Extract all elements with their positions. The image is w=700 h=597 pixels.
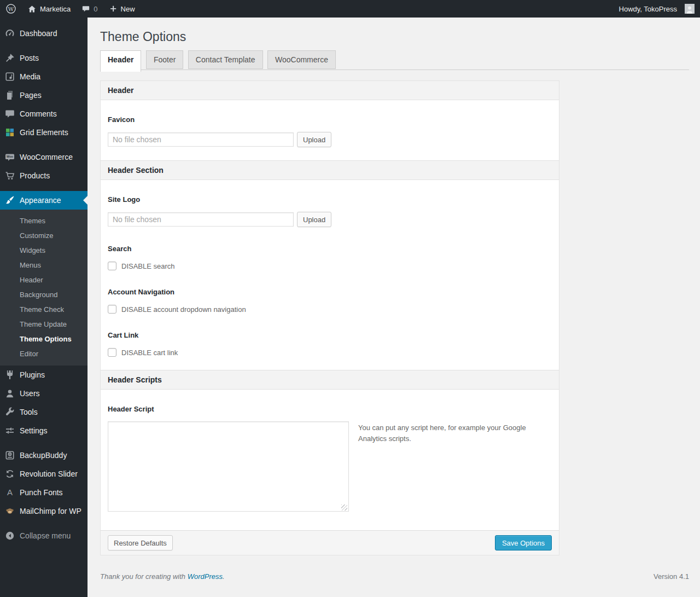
submenu-item-widgets[interactable]: Widgets bbox=[0, 243, 88, 258]
disable-search-checkbox-label[interactable]: DISABLE search bbox=[121, 262, 175, 270]
sidebar-item-label: BackupBuddy bbox=[20, 451, 67, 460]
sidebar-item-label: Tools bbox=[20, 408, 38, 416]
disable-cart-link-checkbox[interactable] bbox=[108, 348, 116, 357]
new-label: New bbox=[121, 5, 135, 13]
submenu-item-themes[interactable]: Themes bbox=[0, 213, 88, 228]
sidebar-item-pages[interactable]: Pages bbox=[0, 86, 88, 105]
sidebar-item-label: Media bbox=[20, 72, 40, 81]
person-icon bbox=[685, 5, 694, 14]
site-name-label: Marketica bbox=[40, 5, 71, 13]
sidebar-item-grid-elements[interactable]: Grid Elements bbox=[0, 123, 88, 142]
sidebar-item-label: Comments bbox=[20, 109, 57, 118]
footer-thanks-text: Thank you for creating with WordPress. bbox=[100, 572, 225, 581]
submenu-item-theme-check[interactable]: Theme Check bbox=[0, 302, 88, 317]
menu-separator bbox=[0, 440, 88, 446]
favicon-file-input[interactable] bbox=[108, 132, 294, 147]
appearance-submenu: Themes Customize Widgets Menus Header Ba… bbox=[0, 210, 88, 366]
comments-menu[interactable]: 0 bbox=[76, 0, 103, 18]
panel-actions: Restore Defaults Save Options bbox=[101, 530, 559, 555]
sidebar-item-woocommerce[interactable]: Woo WooCommerce bbox=[0, 148, 88, 166]
submenu-item-customize[interactable]: Customize bbox=[0, 228, 88, 243]
footer-thanks-period: . bbox=[223, 572, 225, 581]
restore-defaults-button[interactable]: Restore Defaults bbox=[108, 535, 173, 550]
tab-footer[interactable]: Footer bbox=[146, 50, 183, 69]
sidebar-item-label: Punch Fonts bbox=[20, 488, 63, 497]
save-options-button[interactable]: Save Options bbox=[495, 535, 552, 550]
plus-icon bbox=[109, 4, 118, 13]
site-logo-file-input[interactable] bbox=[108, 212, 294, 227]
user-account-menu[interactable]: Howdy, TokoPress bbox=[614, 4, 700, 14]
media-icon bbox=[4, 71, 15, 82]
sidebar-item-plugins[interactable]: Plugins bbox=[0, 366, 88, 384]
sidebar-item-label: Posts bbox=[20, 54, 39, 62]
disable-search-checkbox[interactable] bbox=[108, 262, 116, 270]
dashboard-gauge-icon bbox=[4, 28, 15, 39]
header-script-label: Header Script bbox=[108, 405, 552, 413]
grid-elements-icon bbox=[4, 127, 15, 138]
header-script-textarea[interactable] bbox=[108, 421, 349, 512]
menu-separator bbox=[0, 520, 88, 526]
tab-header[interactable]: Header bbox=[100, 50, 141, 72]
version-label: Version 4.1 bbox=[654, 572, 689, 581]
sidebar-item-label: Revolution Slider bbox=[20, 470, 78, 478]
tab-woocommerce[interactable]: WooCommerce bbox=[267, 50, 336, 69]
site-logo-upload-button[interactable]: Upload bbox=[297, 212, 331, 227]
sidebar-item-label: Settings bbox=[20, 426, 48, 435]
comment-count: 0 bbox=[94, 5, 97, 13]
sidebar-item-backupbuddy[interactable]: BackupBuddy bbox=[0, 446, 88, 465]
section-header-scripts: Header Scripts bbox=[101, 370, 559, 390]
section-header: Header bbox=[101, 81, 559, 100]
sidebar-item-tools[interactable]: Tools bbox=[0, 403, 88, 421]
menu-separator bbox=[0, 43, 88, 49]
pages-icon bbox=[4, 90, 15, 101]
sidebar-item-posts[interactable]: Posts bbox=[0, 49, 88, 67]
favicon-label: Favicon bbox=[108, 115, 552, 124]
section-header-section: Header Section bbox=[101, 160, 559, 180]
search-label: Search bbox=[108, 245, 552, 253]
wrench-icon bbox=[4, 407, 15, 418]
resize-grip-icon[interactable] bbox=[341, 505, 347, 511]
submenu-item-theme-update[interactable]: Theme Update bbox=[0, 317, 88, 332]
submenu-item-theme-options[interactable]: Theme Options bbox=[0, 332, 88, 346]
submenu-item-background[interactable]: Background bbox=[0, 287, 88, 302]
sidebar-item-appearance[interactable]: Appearance bbox=[0, 191, 88, 210]
sidebar-item-collapse-menu[interactable]: Collapse menu bbox=[0, 526, 88, 545]
sidebar-item-media[interactable]: Media bbox=[0, 67, 88, 86]
comment-bubble-icon bbox=[81, 4, 90, 13]
disable-account-navigation-checkbox[interactable] bbox=[108, 305, 116, 314]
sidebar-item-revolution-slider[interactable]: Revolution Slider bbox=[0, 465, 88, 483]
wordpress-link[interactable]: WordPress bbox=[188, 572, 223, 581]
sidebar-item-mailchimp[interactable]: MailChimp for WP bbox=[0, 502, 88, 520]
sidebar-item-comments[interactable]: Comments bbox=[0, 105, 88, 123]
wordpress-logo-menu[interactable]: W bbox=[0, 0, 22, 18]
main-content: Theme Options Header Footer Contact Temp… bbox=[88, 18, 700, 597]
sidebar-item-settings[interactable]: Settings bbox=[0, 421, 88, 440]
collapse-arrow-icon bbox=[4, 530, 15, 541]
favicon-upload-button[interactable]: Upload bbox=[297, 132, 331, 147]
backup-drive-icon bbox=[4, 450, 15, 461]
tab-contact-template[interactable]: Contact Template bbox=[188, 50, 263, 69]
site-logo-label: Site Logo bbox=[108, 195, 552, 204]
sidebar-item-users[interactable]: Users bbox=[0, 384, 88, 403]
sidebar-item-punch-fonts[interactable]: A Punch Fonts bbox=[0, 483, 88, 502]
svg-text:Woo: Woo bbox=[7, 155, 14, 158]
submenu-item-menus[interactable]: Menus bbox=[0, 258, 88, 273]
sidebar-item-label: Products bbox=[20, 171, 50, 180]
sidebar-item-label: MailChimp for WP bbox=[20, 507, 81, 515]
sidebar-item-label: Grid Elements bbox=[20, 128, 68, 137]
sidebar-item-label: Plugins bbox=[20, 370, 45, 379]
site-name-menu[interactable]: Marketica bbox=[22, 0, 76, 18]
sidebar-item-dashboard[interactable]: Dashboard bbox=[0, 24, 88, 43]
header-script-help-text: You can put any script here, for example… bbox=[358, 422, 529, 444]
new-content-menu[interactable]: New bbox=[103, 0, 141, 18]
woocommerce-badge-icon: Woo bbox=[4, 152, 15, 163]
sidebar-item-products[interactable]: Products bbox=[0, 166, 88, 185]
submenu-item-editor[interactable]: Editor bbox=[0, 346, 88, 361]
paintbrush-icon bbox=[4, 195, 15, 206]
disable-account-navigation-checkbox-label[interactable]: DISABLE account dropdown navigation bbox=[121, 305, 246, 314]
sidebar-item-label: WooCommerce bbox=[20, 153, 73, 161]
sidebar-item-label: Dashboard bbox=[20, 29, 57, 38]
user-icon bbox=[4, 388, 15, 399]
disable-cart-link-checkbox-label[interactable]: DISABLE cart link bbox=[121, 349, 178, 357]
submenu-item-header[interactable]: Header bbox=[0, 273, 88, 287]
